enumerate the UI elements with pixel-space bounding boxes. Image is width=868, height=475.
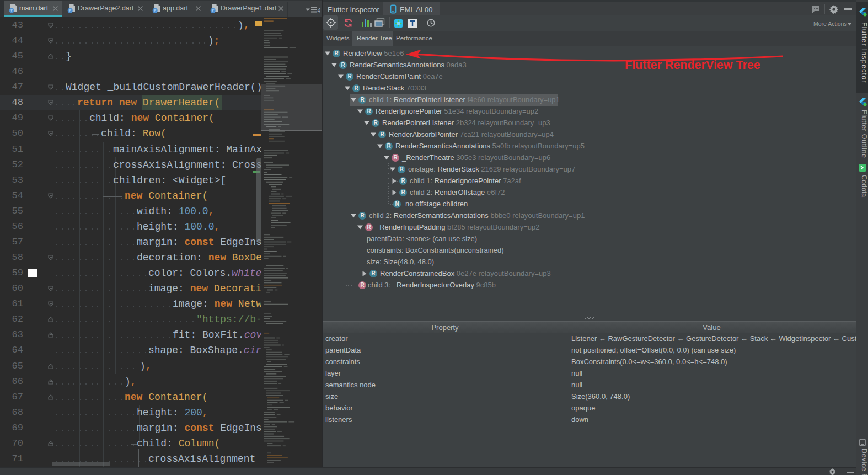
- svg-text:4: 4: [318, 7, 320, 14]
